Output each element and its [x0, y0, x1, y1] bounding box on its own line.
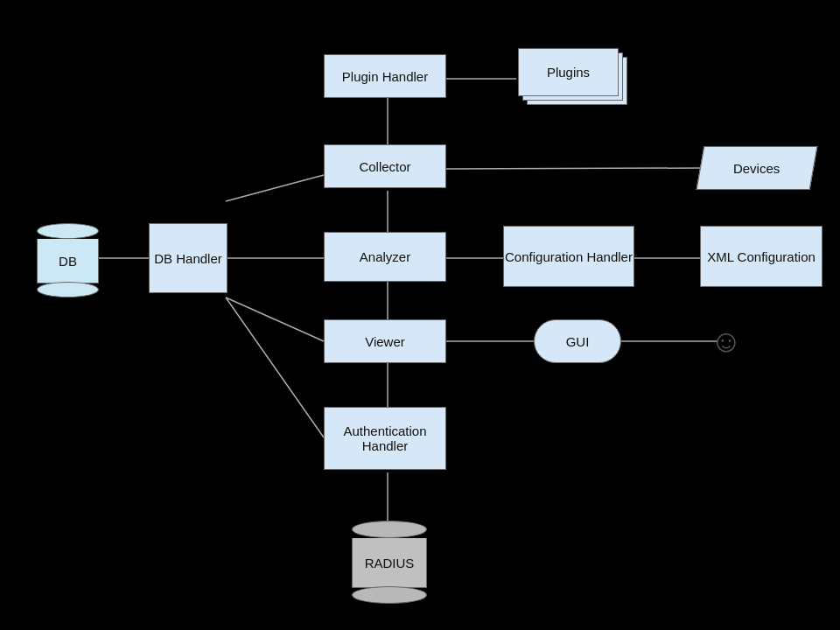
devices-shape: Devices	[696, 146, 818, 190]
svg-line-3	[226, 298, 324, 341]
plugins-stacked: Plugins	[518, 48, 632, 109]
configuration-handler-box: Configuration Handler	[503, 226, 634, 287]
smiley-face: ☺	[700, 319, 752, 363]
viewer-box: Viewer	[324, 319, 446, 363]
svg-line-1	[226, 175, 324, 201]
plugin-handler-box: Plugin Handler	[324, 54, 446, 98]
analyzer-label: Analyzer	[360, 249, 410, 264]
db-cylinder: DB	[35, 223, 101, 298]
xml-configuration-label: XML Configuration	[707, 249, 816, 264]
svg-line-4	[226, 298, 324, 438]
analyzer-box: Analyzer	[324, 232, 446, 282]
db-handler-box: DB Handler	[149, 223, 228, 293]
viewer-label: Viewer	[365, 334, 405, 349]
collector-box: Collector	[324, 144, 446, 188]
devices-label: Devices	[733, 161, 780, 176]
radius-cylinder: RADIUS	[350, 521, 429, 604]
gui-shape: GUI	[534, 319, 621, 363]
plugins-label: Plugins	[547, 65, 590, 80]
authentication-handler-label: Authentication Handler	[325, 424, 445, 453]
collector-label: Collector	[359, 159, 410, 174]
authentication-handler-box: Authentication Handler	[324, 407, 446, 470]
svg-line-9	[446, 168, 700, 169]
xml-configuration-box: XML Configuration	[700, 226, 822, 287]
architecture-diagram: DB DB Handler Plugin Handler Plugins Col…	[0, 0, 840, 630]
db-label: DB	[59, 254, 77, 269]
smiley-icon: ☺	[710, 323, 743, 360]
gui-label: GUI	[566, 334, 590, 349]
radius-label: RADIUS	[365, 556, 415, 570]
configuration-handler-label: Configuration Handler	[505, 249, 633, 264]
plugin-handler-label: Plugin Handler	[342, 69, 428, 84]
db-handler-label: DB Handler	[154, 251, 222, 266]
